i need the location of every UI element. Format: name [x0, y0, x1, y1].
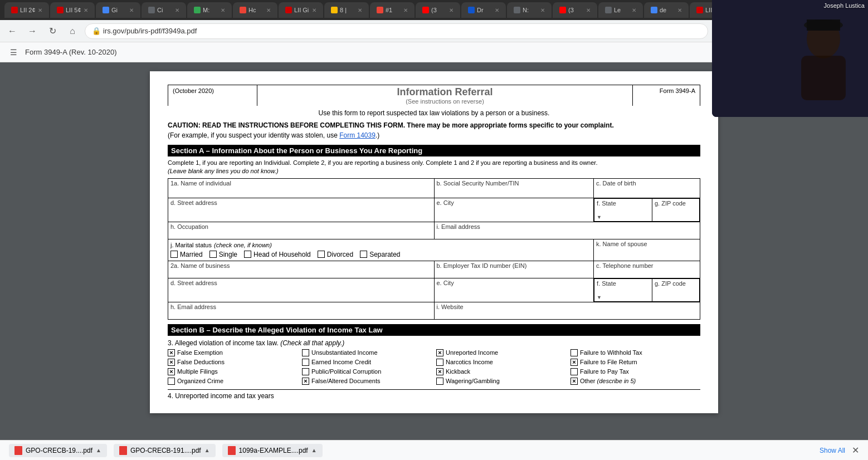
divorced-checkbox[interactable]: Divorced [318, 251, 353, 258]
section-a-instructions: Complete 1, if you are reporting an Indi… [168, 159, 700, 176]
violation-wagering[interactable]: Wagering/Gambling [436, 378, 566, 385]
forward-button[interactable]: → [25, 23, 40, 39]
file-name-3: 1099a-EXAMPLE....pdf [239, 447, 308, 454]
tab-yt-1[interactable]: (3✕ [416, 2, 460, 18]
field-1f-1g-cell: f. State ▼ g. ZIP code [594, 198, 700, 222]
back-button[interactable]: ← [4, 23, 20, 39]
violation-organized-crime[interactable]: Organized Crime [168, 378, 298, 385]
wagering-checkbox[interactable] [436, 378, 443, 385]
political-corruption-checkbox[interactable] [302, 368, 309, 375]
field-1d-label: d. Street address [170, 199, 432, 206]
unreported-income-checkbox[interactable] [436, 349, 443, 356]
field-1a-cell: 1a. Name of individual [168, 178, 435, 198]
form-number-right: Form 3949-A [633, 85, 700, 106]
form-table-section1: 1a. Name of individual b. Social Securit… [168, 178, 700, 320]
caution-text: CAUTION: READ THE INSTRUCTIONS BEFORE CO… [168, 120, 700, 140]
field-2f-label: f. State [597, 280, 650, 287]
bottom-file-bar: GPO-CRECB-19....pdf ▲ GPO-CRECB-191....p… [0, 440, 868, 460]
field-2a-cell: 2a. Name of business [168, 261, 435, 278]
narcotics-income-checkbox[interactable] [436, 359, 443, 366]
violation-false-deductions[interactable]: False Deductions [168, 359, 298, 366]
unsubstantiated-income-checkbox[interactable] [302, 349, 309, 356]
tab-8[interactable]: 8 |✕ [324, 2, 369, 18]
address-text: irs.gov/pub/irs-pdf/f3949a.pdf [103, 27, 197, 35]
reload-button[interactable]: ↻ [45, 23, 60, 39]
field-2e-label: e. City [437, 280, 592, 286]
violation-multiple-filings[interactable]: Multiple Filings [168, 368, 298, 375]
violation-political-corruption[interactable]: Public/Political Corruption [302, 368, 432, 375]
tab-lii-2c-1[interactable]: LII 2¢✕ [4, 2, 49, 18]
field-3-row: 3. Alleged violation of income tax law. … [168, 339, 700, 347]
other-checkbox[interactable] [570, 378, 578, 385]
close-bottom-bar-button[interactable]: ✕ [852, 445, 859, 456]
open-file-1[interactable]: GPO-CRECB-19....pdf ▲ [9, 444, 107, 457]
violation-unsubstantiated-income[interactable]: Unsubstantiated Income [302, 349, 432, 356]
violation-unreported-income[interactable]: Unreported Income [436, 349, 566, 356]
single-checkbox[interactable]: Single [209, 251, 237, 258]
tab-de[interactable]: de✕ [644, 2, 689, 18]
multiple-filings-checkbox[interactable] [168, 368, 175, 375]
webcam-person-svg [712, 0, 868, 117]
chevron-icon-3: ▲ [311, 447, 317, 453]
tab-mail[interactable]: #1✕ [370, 2, 415, 18]
form-header: (October 2020) Information Referral (See… [168, 85, 700, 106]
address-bar[interactable]: 🔒 irs.gov/pub/irs-pdf/f3949a.pdf [85, 23, 708, 39]
open-file-3[interactable]: 1099a-EXAMPLE....pdf ▲ [222, 444, 323, 457]
failure-file-checkbox[interactable] [570, 359, 578, 366]
failure-pay-checkbox[interactable] [570, 368, 578, 375]
tab-ci[interactable]: Ci✕ [142, 2, 186, 18]
field-k-cell: k. Name of spouse [594, 239, 700, 261]
sidebar-toggle-button[interactable]: ☰ [7, 46, 21, 59]
field-1e-label: e. City [437, 199, 592, 206]
tab-le[interactable]: Le✕ [598, 2, 643, 18]
violation-failure-file[interactable]: Failure to File Return [570, 359, 700, 366]
tab-n[interactable]: N:✕ [507, 2, 552, 18]
caution-bold: CAUTION: READ THE INSTRUCTIONS BEFORE CO… [168, 121, 614, 129]
failure-withhold-checkbox[interactable] [570, 349, 578, 356]
false-documents-checkbox[interactable] [302, 378, 309, 385]
field-4-row: 4. Unreported income and tax years [168, 389, 700, 400]
married-checkbox[interactable]: Married [170, 251, 203, 258]
tab-dr[interactable]: Dr✕ [461, 2, 506, 18]
field-1h-cell: h. Occupation [168, 222, 435, 239]
form-subtitle: (See instructions on reverse) [259, 98, 631, 105]
show-all-button[interactable]: Show All [820, 447, 845, 454]
earned-income-credit-checkbox[interactable] [302, 359, 309, 366]
field-4-label: 4. Unreported income and tax years [168, 392, 274, 400]
false-exemption-checkbox[interactable] [168, 349, 175, 356]
violation-narcotics-income[interactable]: Narcotics Income [436, 359, 566, 366]
open-file-2[interactable]: GPO-CRECB-191....pdf ▲ [114, 444, 216, 457]
form-14039-link[interactable]: Form 14039 [339, 131, 376, 139]
tab-hc[interactable]: Hc✕ [233, 2, 277, 18]
form-date-left: (October 2020) [168, 85, 257, 106]
webcam-user-name: Joseph Lustica [824, 2, 865, 9]
svg-rect-4 [807, 19, 840, 31]
field-2f-2g-cell: f. State ▼ g. ZIP code [594, 278, 700, 302]
tab-lii-gi[interactable]: LII Gi✕ [279, 2, 323, 18]
separated-checkbox[interactable]: Separated [360, 251, 400, 258]
violation-failure-pay[interactable]: Failure to Pay Tax [570, 368, 700, 375]
tab-gi[interactable]: Gi✕ [96, 2, 140, 18]
violation-false-documents[interactable]: False/Altered Documents [302, 378, 432, 385]
field-2a-label: 2a. Name of business [170, 262, 432, 269]
organized-crime-checkbox[interactable] [168, 378, 175, 385]
field-1e-cell: e. City [434, 198, 594, 222]
head-of-household-checkbox[interactable]: Head of Household [244, 251, 311, 258]
field-2i-label: i. Website [437, 304, 698, 310]
violation-kickback[interactable]: Kickback [436, 368, 566, 375]
home-button[interactable]: ⌂ [65, 23, 80, 39]
tab-yt-2[interactable]: (3✕ [553, 2, 597, 18]
tab-lii-5c[interactable]: LII 5¢✕ [50, 2, 95, 18]
field-1b-cell: b. Social Security Number/TIN [434, 178, 594, 198]
false-deductions-checkbox[interactable] [168, 359, 175, 366]
violations-grid: False Exemption Unsubstantiated Income U… [168, 349, 700, 385]
violation-false-exemption[interactable]: False Exemption [168, 349, 298, 356]
field-2b-cell: b. Employer Tax ID number (EIN) [434, 261, 594, 278]
violation-earned-income-credit[interactable]: Earned Income Credit [302, 359, 432, 366]
tab-m[interactable]: M:✕ [187, 2, 232, 18]
form-title-center: Information Referral (See instructions o… [257, 85, 633, 106]
violation-failure-withhold[interactable]: Failure to Withhold Tax [570, 349, 700, 356]
violation-other[interactable]: Other (describe in 5) [570, 378, 700, 385]
field-1b-label: b. Social Security Number/TIN [437, 180, 592, 187]
kickback-checkbox[interactable] [436, 368, 443, 375]
